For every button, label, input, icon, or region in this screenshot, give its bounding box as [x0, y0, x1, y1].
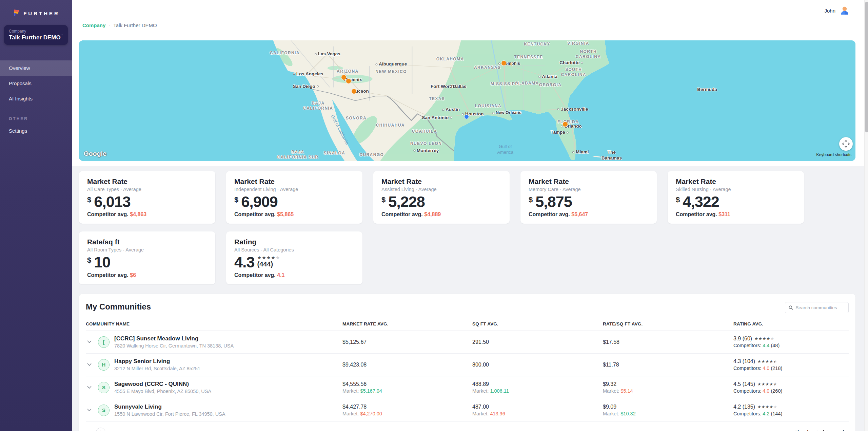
sidebar-item-proposals[interactable]: Proposals [0, 76, 72, 91]
row-expand-button[interactable] [86, 363, 98, 366]
competitor-avg-value: $6 [130, 272, 136, 278]
content-zone: Market RateAll Care Types · Average$6,01… [72, 166, 868, 431]
user-menu[interactable]: John [824, 5, 850, 16]
community-address: 7820 Walking Horse Cir, Germantown, TN 3… [114, 343, 342, 349]
communities-table-header: COMMUNITY NAMEMARKET RATE AVG.SQ FT AVG.… [86, 321, 849, 331]
competitors-label: Competitors: [733, 388, 763, 394]
scrollbar-thumb[interactable] [865, 2, 868, 132]
brand-name: FURTHER [23, 11, 60, 16]
currency-symbol: $ [676, 195, 680, 204]
map-marker-orange[interactable] [501, 60, 507, 66]
community-name[interactable]: Sagewood (CCRC - QUINN) [114, 381, 342, 388]
map[interactable]: CALIFORNIAARIZONANEW MEXICOOKLAHOMAARKAN… [79, 40, 855, 161]
map-pan-control-button[interactable] [839, 137, 853, 151]
market-sub-value: $5,167.04 [360, 388, 382, 394]
market-rate-avg-market-sub: Market: $4,270.00 [342, 411, 472, 416]
market-rate-avg-value: $4,427.78 [342, 404, 472, 410]
row-expand-button[interactable] [86, 409, 98, 412]
pagination-prev-button[interactable]: ‹ [86, 429, 94, 431]
page-scrollbar[interactable] [864, 0, 868, 431]
communities-rows: [[CCRC] Sunset Meadow Living7820 Walking… [86, 331, 849, 422]
stat-card-competitor-avg: Competitor avg. $5,647 [529, 211, 649, 218]
competitors-count: (218) [769, 366, 782, 371]
rate-sqft-avg-cell: $11.78 [603, 362, 733, 368]
stat-card-competitor-avg: Competitor avg. $4,889 [381, 211, 501, 218]
stat-card-market-rate-all-care-types-average: Market RateAll Care Types · Average$6,01… [79, 171, 215, 224]
stat-card-value-row: $4,322 [676, 194, 796, 210]
stat-card-value: 10 [94, 254, 110, 270]
community-cell: Sagewood (CCRC - QUINN)4555 E Mayo Blvd,… [114, 381, 342, 394]
stat-card-value-row: 4.3★★★★★(444) [234, 254, 354, 270]
sidebar-item-overview[interactable]: Overview [0, 60, 72, 76]
pagination-next-button[interactable]: › [107, 429, 115, 431]
sqft-avg-value: 291.50 [472, 339, 603, 345]
user-name: John [824, 8, 835, 14]
stat-card-subtitle: All Sources · All Categories [234, 247, 354, 252]
stat-card-subtitle: Independent Living · Average [234, 187, 354, 192]
stat-card-value-row: $5,875 [529, 194, 649, 210]
competitors-line: Competitors: 4.2 (144) [733, 411, 849, 416]
company-selector[interactable]: Company Talk Further DEMO [4, 25, 68, 45]
topbar: Company · Talk Further DEMO John [72, 0, 868, 40]
map-marker-orange[interactable] [341, 75, 347, 80]
map-marker-blue[interactable] [464, 114, 469, 119]
map-marker-orange[interactable] [563, 121, 568, 127]
market-rate-avg-cell: $9,423.08 [342, 362, 472, 368]
top-white-zone: Company · Talk Further DEMO John [72, 0, 868, 166]
sqft-avg-cell: 291.50 [472, 339, 603, 345]
table-row: [[CCRC] Sunset Meadow Living7820 Walking… [86, 331, 849, 354]
competitors-count: (260) [769, 388, 782, 394]
market-sub-value: 413.96 [490, 411, 505, 416]
stat-card-competitor-avg: Competitor avg. $4,863 [87, 211, 207, 218]
market-sub-label: Market: [472, 388, 490, 394]
community-avatar: S [98, 382, 110, 393]
competitors-count: (144) [769, 411, 782, 416]
stat-card-value-row: $5,228 [381, 194, 501, 210]
market-sub-value: 1,006.11 [490, 388, 509, 394]
google-attribution[interactable]: Google [84, 150, 106, 157]
map-marker-orange[interactable] [346, 78, 351, 84]
stat-card-title: Rating [234, 238, 354, 246]
rating-avg-cell: 3.9 (60)★★★★★★★★★★Competitors: 4.4 (48) [733, 336, 849, 348]
rating-value: 4.2 (135) [733, 404, 755, 410]
stat-card-title: Market Rate [676, 177, 796, 186]
rating-line: 3.9 (60)★★★★★★★★★★ [733, 336, 849, 342]
community-name[interactable]: Sunnyvale Living [114, 404, 342, 410]
rate-sqft-avg-value: $9.09 [603, 404, 733, 410]
community-name[interactable]: [CCRC] Sunset Meadow Living [114, 335, 342, 342]
competitors-label: Competitors: [733, 366, 763, 371]
star-rating-icons: ★★★★★★★★★★ [757, 405, 777, 409]
search-communities-input[interactable] [795, 305, 845, 310]
stat-card-title: Market Rate [529, 177, 649, 186]
stat-card-stars-block: ★★★★★(444) [257, 255, 280, 268]
stat-card-value: 5,875 [535, 194, 572, 210]
row-expand-button[interactable] [86, 386, 98, 389]
search-communities-box[interactable] [785, 302, 849, 313]
chevron-down-icon [87, 363, 92, 366]
community-name[interactable]: Happy Senior Living [114, 358, 342, 365]
star-rating-icons: ★★★★★★★★★★ [757, 382, 777, 386]
stat-card-subtitle: Skilled Nursing · Average [676, 187, 796, 192]
sidebar-item-settings[interactable]: Settings [0, 123, 72, 138]
currency-symbol: $ [87, 195, 91, 204]
sidebar-secondary-nav: Settings [0, 123, 72, 138]
rating-avg-cell: 4.3 (104)★★★★★★★★★★Competitors: 4.0 (218… [733, 358, 849, 371]
star-rating-icons: ★★★★★ [257, 255, 280, 260]
table-row: SSunnyvale Living1550 N Lawnwood Cir, Fo… [86, 399, 849, 422]
stat-card-value: 4.3 [234, 254, 255, 270]
breadcrumb-company-link[interactable]: Company [82, 22, 105, 28]
rate-sqft-avg-value: $11.78 [603, 362, 733, 368]
pagination-page-1-button[interactable]: 1 [96, 428, 105, 431]
rate-sqft-avg-cell: $17.58 [603, 339, 733, 345]
sidebar-item-ai-insights[interactable]: AI Insights [0, 91, 72, 106]
stat-card-market-rate-independent-living-average: Market RateIndependent Living · Average$… [226, 171, 362, 224]
map-marker-orange[interactable] [351, 89, 357, 94]
community-cell: Sunnyvale Living1550 N Lawnwood Cir, For… [114, 404, 342, 417]
market-sub-label: Market: [603, 388, 620, 394]
star-rating-icons: ★★★★★★★★★★ [757, 359, 777, 363]
keyboard-shortcuts-link[interactable]: Keyboard shortcuts [816, 152, 851, 157]
sqft-avg-cell: 487.00Market: 413.96 [472, 404, 603, 416]
competitor-avg-value: $5,647 [571, 211, 588, 217]
stat-card-subtitle: Assisted Living · Average [381, 187, 501, 192]
row-expand-button[interactable] [86, 340, 98, 343]
